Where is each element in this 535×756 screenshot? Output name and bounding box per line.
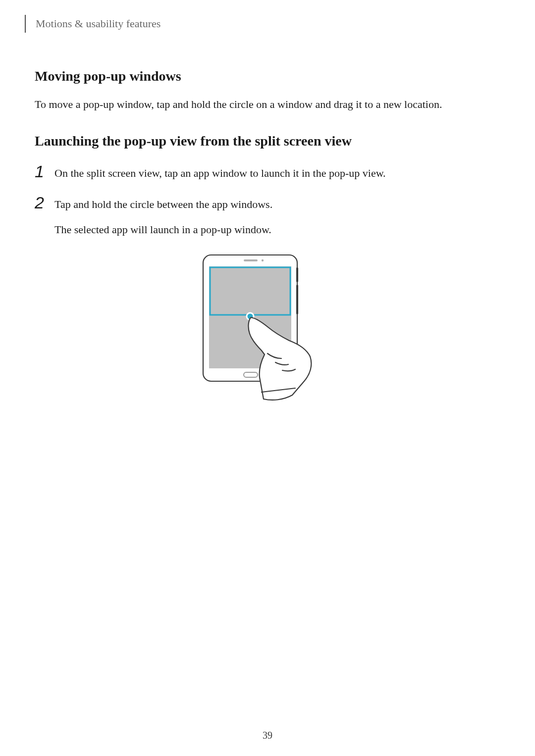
svg-rect-7: [210, 267, 290, 315]
step-subtext: The selected app will launch in a pop-up…: [54, 221, 272, 238]
header-bar: Motions & usability features: [25, 15, 500, 33]
illustration-container: [35, 252, 500, 436]
body-text-moving: To move a pop-up window, tap and hold th…: [35, 96, 500, 112]
step-text: On the split screen view, tap an app win…: [54, 163, 386, 181]
svg-point-4: [262, 259, 264, 261]
step-list: 1 On the split screen view, tap an app w…: [35, 163, 500, 238]
step-item: 1 On the split screen view, tap an app w…: [35, 163, 500, 181]
step-number: 1: [35, 163, 54, 180]
svg-rect-3: [244, 259, 258, 261]
breadcrumb: Motions & usability features: [36, 17, 160, 30]
step-text: Tap and hold the circle between the app …: [54, 194, 272, 212]
svg-rect-1: [296, 267, 298, 282]
page-number: 39: [263, 730, 272, 741]
tablet-gesture-illustration: [198, 252, 337, 436]
step-number: 2: [35, 194, 54, 211]
svg-rect-2: [296, 285, 298, 314]
section-heading-moving: Moving pop-up windows: [35, 68, 500, 84]
section-heading-launching: Launching the pop-up view from the split…: [35, 133, 500, 149]
step-item: 2 Tap and hold the circle between the ap…: [35, 194, 500, 238]
